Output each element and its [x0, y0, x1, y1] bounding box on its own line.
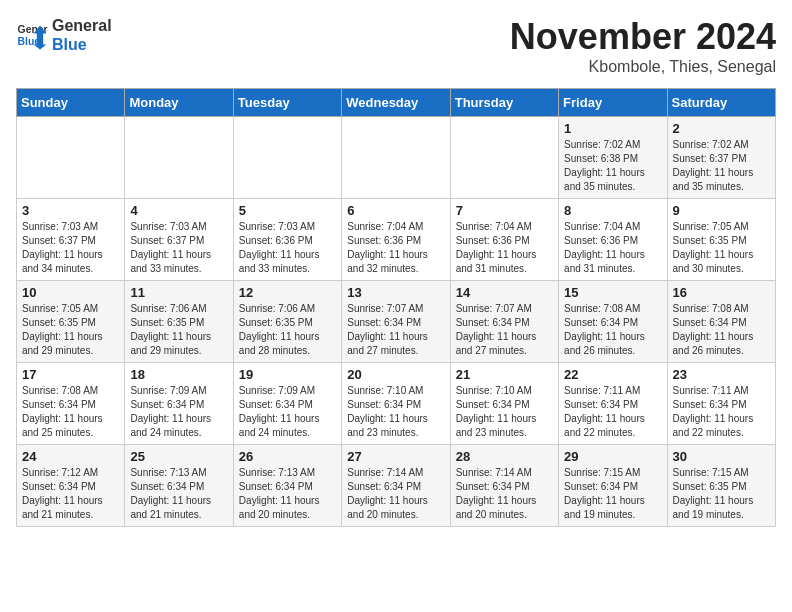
day-number: 3	[22, 203, 119, 218]
logo: General Blue General Blue	[16, 16, 112, 54]
day-number: 29	[564, 449, 661, 464]
day-number: 15	[564, 285, 661, 300]
day-info: Sunrise: 7:15 AM Sunset: 6:35 PM Dayligh…	[673, 466, 770, 522]
calendar-cell: 27Sunrise: 7:14 AM Sunset: 6:34 PM Dayli…	[342, 445, 450, 527]
calendar-cell: 16Sunrise: 7:08 AM Sunset: 6:34 PM Dayli…	[667, 281, 775, 363]
calendar-cell: 28Sunrise: 7:14 AM Sunset: 6:34 PM Dayli…	[450, 445, 558, 527]
day-number: 8	[564, 203, 661, 218]
calendar-cell: 15Sunrise: 7:08 AM Sunset: 6:34 PM Dayli…	[559, 281, 667, 363]
day-number: 25	[130, 449, 227, 464]
calendar-cell: 25Sunrise: 7:13 AM Sunset: 6:34 PM Dayli…	[125, 445, 233, 527]
day-info: Sunrise: 7:08 AM Sunset: 6:34 PM Dayligh…	[22, 384, 119, 440]
calendar-cell: 21Sunrise: 7:10 AM Sunset: 6:34 PM Dayli…	[450, 363, 558, 445]
day-info: Sunrise: 7:07 AM Sunset: 6:34 PM Dayligh…	[347, 302, 444, 358]
calendar-cell: 5Sunrise: 7:03 AM Sunset: 6:36 PM Daylig…	[233, 199, 341, 281]
day-info: Sunrise: 7:13 AM Sunset: 6:34 PM Dayligh…	[130, 466, 227, 522]
weekday-header: Friday	[559, 89, 667, 117]
day-info: Sunrise: 7:03 AM Sunset: 6:37 PM Dayligh…	[22, 220, 119, 276]
day-number: 17	[22, 367, 119, 382]
day-info: Sunrise: 7:14 AM Sunset: 6:34 PM Dayligh…	[347, 466, 444, 522]
day-info: Sunrise: 7:09 AM Sunset: 6:34 PM Dayligh…	[239, 384, 336, 440]
day-info: Sunrise: 7:02 AM Sunset: 6:37 PM Dayligh…	[673, 138, 770, 194]
day-info: Sunrise: 7:10 AM Sunset: 6:34 PM Dayligh…	[456, 384, 553, 440]
day-info: Sunrise: 7:04 AM Sunset: 6:36 PM Dayligh…	[347, 220, 444, 276]
calendar-cell: 29Sunrise: 7:15 AM Sunset: 6:34 PM Dayli…	[559, 445, 667, 527]
month-title: November 2024	[510, 16, 776, 58]
calendar-header: SundayMondayTuesdayWednesdayThursdayFrid…	[17, 89, 776, 117]
calendar-cell: 30Sunrise: 7:15 AM Sunset: 6:35 PM Dayli…	[667, 445, 775, 527]
day-number: 21	[456, 367, 553, 382]
day-info: Sunrise: 7:03 AM Sunset: 6:37 PM Dayligh…	[130, 220, 227, 276]
calendar-cell: 26Sunrise: 7:13 AM Sunset: 6:34 PM Dayli…	[233, 445, 341, 527]
calendar-cell: 20Sunrise: 7:10 AM Sunset: 6:34 PM Dayli…	[342, 363, 450, 445]
day-info: Sunrise: 7:06 AM Sunset: 6:35 PM Dayligh…	[239, 302, 336, 358]
day-info: Sunrise: 7:05 AM Sunset: 6:35 PM Dayligh…	[22, 302, 119, 358]
calendar-week-row: 1Sunrise: 7:02 AM Sunset: 6:38 PM Daylig…	[17, 117, 776, 199]
day-number: 23	[673, 367, 770, 382]
calendar-cell	[125, 117, 233, 199]
calendar-cell: 13Sunrise: 7:07 AM Sunset: 6:34 PM Dayli…	[342, 281, 450, 363]
calendar-cell: 7Sunrise: 7:04 AM Sunset: 6:36 PM Daylig…	[450, 199, 558, 281]
day-number: 9	[673, 203, 770, 218]
day-number: 30	[673, 449, 770, 464]
day-number: 27	[347, 449, 444, 464]
day-info: Sunrise: 7:12 AM Sunset: 6:34 PM Dayligh…	[22, 466, 119, 522]
header: General Blue General Blue November 2024 …	[16, 16, 776, 76]
calendar-week-row: 10Sunrise: 7:05 AM Sunset: 6:35 PM Dayli…	[17, 281, 776, 363]
calendar-cell: 22Sunrise: 7:11 AM Sunset: 6:34 PM Dayli…	[559, 363, 667, 445]
calendar-cell: 23Sunrise: 7:11 AM Sunset: 6:34 PM Dayli…	[667, 363, 775, 445]
day-number: 2	[673, 121, 770, 136]
calendar-cell: 18Sunrise: 7:09 AM Sunset: 6:34 PM Dayli…	[125, 363, 233, 445]
calendar-week-row: 17Sunrise: 7:08 AM Sunset: 6:34 PM Dayli…	[17, 363, 776, 445]
logo-blue: Blue	[52, 35, 112, 54]
day-number: 7	[456, 203, 553, 218]
day-number: 13	[347, 285, 444, 300]
calendar-cell: 2Sunrise: 7:02 AM Sunset: 6:37 PM Daylig…	[667, 117, 775, 199]
day-number: 18	[130, 367, 227, 382]
header-row: SundayMondayTuesdayWednesdayThursdayFrid…	[17, 89, 776, 117]
day-info: Sunrise: 7:03 AM Sunset: 6:36 PM Dayligh…	[239, 220, 336, 276]
day-number: 12	[239, 285, 336, 300]
day-info: Sunrise: 7:14 AM Sunset: 6:34 PM Dayligh…	[456, 466, 553, 522]
day-number: 26	[239, 449, 336, 464]
day-info: Sunrise: 7:08 AM Sunset: 6:34 PM Dayligh…	[673, 302, 770, 358]
calendar-body: 1Sunrise: 7:02 AM Sunset: 6:38 PM Daylig…	[17, 117, 776, 527]
day-info: Sunrise: 7:04 AM Sunset: 6:36 PM Dayligh…	[564, 220, 661, 276]
calendar-cell: 10Sunrise: 7:05 AM Sunset: 6:35 PM Dayli…	[17, 281, 125, 363]
calendar-cell: 24Sunrise: 7:12 AM Sunset: 6:34 PM Dayli…	[17, 445, 125, 527]
day-info: Sunrise: 7:08 AM Sunset: 6:34 PM Dayligh…	[564, 302, 661, 358]
calendar-cell: 1Sunrise: 7:02 AM Sunset: 6:38 PM Daylig…	[559, 117, 667, 199]
calendar-cell	[450, 117, 558, 199]
day-number: 24	[22, 449, 119, 464]
calendar-week-row: 24Sunrise: 7:12 AM Sunset: 6:34 PM Dayli…	[17, 445, 776, 527]
weekday-header: Thursday	[450, 89, 558, 117]
calendar-cell	[17, 117, 125, 199]
day-info: Sunrise: 7:06 AM Sunset: 6:35 PM Dayligh…	[130, 302, 227, 358]
day-number: 20	[347, 367, 444, 382]
day-info: Sunrise: 7:10 AM Sunset: 6:34 PM Dayligh…	[347, 384, 444, 440]
day-number: 10	[22, 285, 119, 300]
day-number: 11	[130, 285, 227, 300]
day-info: Sunrise: 7:13 AM Sunset: 6:34 PM Dayligh…	[239, 466, 336, 522]
calendar-cell: 9Sunrise: 7:05 AM Sunset: 6:35 PM Daylig…	[667, 199, 775, 281]
day-info: Sunrise: 7:11 AM Sunset: 6:34 PM Dayligh…	[673, 384, 770, 440]
calendar-cell: 19Sunrise: 7:09 AM Sunset: 6:34 PM Dayli…	[233, 363, 341, 445]
day-number: 4	[130, 203, 227, 218]
calendar-table: SundayMondayTuesdayWednesdayThursdayFrid…	[16, 88, 776, 527]
calendar-cell	[233, 117, 341, 199]
day-info: Sunrise: 7:02 AM Sunset: 6:38 PM Dayligh…	[564, 138, 661, 194]
day-number: 5	[239, 203, 336, 218]
day-info: Sunrise: 7:15 AM Sunset: 6:34 PM Dayligh…	[564, 466, 661, 522]
calendar-cell: 12Sunrise: 7:06 AM Sunset: 6:35 PM Dayli…	[233, 281, 341, 363]
weekday-header: Sunday	[17, 89, 125, 117]
title-area: November 2024 Kbombole, Thies, Senegal	[510, 16, 776, 76]
weekday-header: Wednesday	[342, 89, 450, 117]
day-number: 1	[564, 121, 661, 136]
calendar-cell: 17Sunrise: 7:08 AM Sunset: 6:34 PM Dayli…	[17, 363, 125, 445]
calendar-cell: 8Sunrise: 7:04 AM Sunset: 6:36 PM Daylig…	[559, 199, 667, 281]
day-number: 16	[673, 285, 770, 300]
logo-general: General	[52, 16, 112, 35]
day-number: 14	[456, 285, 553, 300]
calendar-cell: 6Sunrise: 7:04 AM Sunset: 6:36 PM Daylig…	[342, 199, 450, 281]
calendar-cell: 11Sunrise: 7:06 AM Sunset: 6:35 PM Dayli…	[125, 281, 233, 363]
